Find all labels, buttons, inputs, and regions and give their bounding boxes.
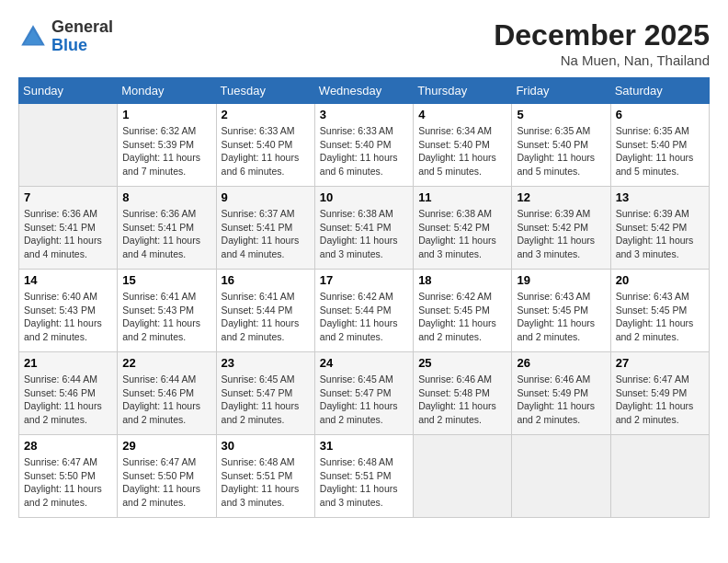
calendar-cell: 25Sunrise: 6:46 AMSunset: 5:48 PMDayligh… [414, 352, 512, 435]
cell-info: Sunrise: 6:34 AMSunset: 5:40 PMDaylight:… [418, 124, 506, 178]
day-number: 9 [222, 190, 310, 204]
calendar-cell: 17Sunrise: 6:42 AMSunset: 5:44 PMDayligh… [314, 270, 413, 352]
weekday-header-wednesday: Wednesday [314, 78, 413, 104]
weekday-header-sunday: Sunday [19, 78, 118, 104]
calendar-cell [19, 104, 118, 187]
location-subtitle: Na Muen, Nan, Thailand [494, 52, 710, 68]
day-number: 11 [418, 190, 506, 204]
calendar-week-1: 1Sunrise: 6:32 AMSunset: 5:39 PMDaylight… [19, 104, 710, 187]
day-number: 19 [517, 273, 605, 287]
calendar-cell: 26Sunrise: 6:46 AMSunset: 5:49 PMDayligh… [512, 352, 610, 435]
day-number: 21 [24, 356, 112, 370]
day-number: 2 [222, 108, 310, 121]
day-number: 27 [616, 356, 704, 370]
weekday-header-monday: Monday [118, 78, 216, 104]
calendar-table: SundayMondayTuesdayWednesdayThursdayFrid… [18, 77, 710, 518]
calendar-cell: 3Sunrise: 6:33 AMSunset: 5:40 PMDaylight… [314, 104, 413, 187]
weekday-header-saturday: Saturday [610, 78, 709, 104]
calendar-cell: 28Sunrise: 6:47 AMSunset: 5:50 PMDayligh… [19, 435, 118, 518]
cell-info: Sunrise: 6:47 AMSunset: 5:50 PMDaylight:… [122, 455, 210, 510]
calendar-cell: 2Sunrise: 6:33 AMSunset: 5:40 PMDaylight… [216, 104, 314, 187]
weekday-header-thursday: Thursday [414, 78, 512, 104]
calendar-cell: 6Sunrise: 6:35 AMSunset: 5:40 PMDaylight… [610, 104, 709, 187]
cell-info: Sunrise: 6:46 AMSunset: 5:48 PMDaylight:… [418, 373, 506, 427]
cell-info: Sunrise: 6:33 AMSunset: 5:40 PMDaylight:… [222, 124, 310, 178]
calendar-cell: 11Sunrise: 6:38 AMSunset: 5:42 PMDayligh… [414, 187, 512, 270]
cell-info: Sunrise: 6:39 AMSunset: 5:42 PMDaylight:… [616, 207, 704, 261]
cell-info: Sunrise: 6:43 AMSunset: 5:45 PMDaylight:… [517, 290, 605, 344]
day-number: 18 [418, 273, 506, 287]
cell-info: Sunrise: 6:42 AMSunset: 5:44 PMDaylight:… [320, 290, 408, 344]
logo-general: General [51, 17, 113, 36]
day-number: 6 [616, 108, 704, 121]
day-number: 17 [320, 273, 408, 287]
cell-info: Sunrise: 6:47 AMSunset: 5:50 PMDaylight:… [24, 455, 112, 510]
cell-info: Sunrise: 6:36 AMSunset: 5:41 PMDaylight:… [122, 207, 210, 261]
day-number: 3 [320, 108, 408, 121]
day-number: 28 [24, 439, 112, 453]
cell-info: Sunrise: 6:43 AMSunset: 5:45 PMDaylight:… [616, 290, 704, 344]
calendar-cell: 5Sunrise: 6:35 AMSunset: 5:40 PMDaylight… [512, 104, 610, 187]
calendar-cell: 31Sunrise: 6:48 AMSunset: 5:51 PMDayligh… [314, 435, 413, 518]
calendar-cell: 7Sunrise: 6:36 AMSunset: 5:41 PMDaylight… [19, 187, 118, 270]
day-number: 29 [122, 439, 210, 453]
day-number: 4 [418, 108, 506, 121]
cell-info: Sunrise: 6:44 AMSunset: 5:46 PMDaylight:… [24, 373, 112, 427]
cell-info: Sunrise: 6:37 AMSunset: 5:41 PMDaylight:… [222, 207, 310, 261]
day-number: 26 [517, 356, 605, 370]
cell-info: Sunrise: 6:33 AMSunset: 5:40 PMDaylight:… [320, 124, 408, 178]
calendar-cell: 13Sunrise: 6:39 AMSunset: 5:42 PMDayligh… [610, 187, 709, 270]
cell-info: Sunrise: 6:48 AMSunset: 5:51 PMDaylight:… [320, 455, 408, 510]
day-number: 8 [122, 190, 210, 204]
cell-info: Sunrise: 6:38 AMSunset: 5:42 PMDaylight:… [418, 207, 506, 261]
cell-info: Sunrise: 6:48 AMSunset: 5:51 PMDaylight:… [222, 455, 310, 510]
calendar-cell: 1Sunrise: 6:32 AMSunset: 5:39 PMDaylight… [118, 104, 216, 187]
cell-info: Sunrise: 6:41 AMSunset: 5:43 PMDaylight:… [122, 290, 210, 344]
page-header: General Blue December 2025 Na Muen, Nan,… [18, 18, 710, 68]
day-number: 15 [122, 273, 210, 287]
generalblue-logo-icon [18, 22, 48, 52]
calendar-cell [512, 435, 610, 518]
cell-info: Sunrise: 6:36 AMSunset: 5:41 PMDaylight:… [24, 207, 112, 261]
calendar-cell [610, 435, 709, 518]
calendar-cell: 27Sunrise: 6:47 AMSunset: 5:49 PMDayligh… [610, 352, 709, 435]
calendar-cell: 10Sunrise: 6:38 AMSunset: 5:41 PMDayligh… [314, 187, 413, 270]
calendar-cell: 20Sunrise: 6:43 AMSunset: 5:45 PMDayligh… [610, 270, 709, 352]
calendar-week-2: 7Sunrise: 6:36 AMSunset: 5:41 PMDaylight… [19, 187, 710, 270]
cell-info: Sunrise: 6:35 AMSunset: 5:40 PMDaylight:… [616, 124, 704, 178]
day-number: 10 [320, 190, 408, 204]
weekday-header-tuesday: Tuesday [216, 78, 314, 104]
day-number: 31 [320, 439, 408, 453]
calendar-cell: 14Sunrise: 6:40 AMSunset: 5:43 PMDayligh… [19, 270, 118, 352]
calendar-cell: 23Sunrise: 6:45 AMSunset: 5:47 PMDayligh… [216, 352, 314, 435]
calendar-body: 1Sunrise: 6:32 AMSunset: 5:39 PMDaylight… [19, 104, 710, 518]
calendar-cell: 30Sunrise: 6:48 AMSunset: 5:51 PMDayligh… [216, 435, 314, 518]
month-title: December 2025 [494, 18, 710, 52]
cell-info: Sunrise: 6:46 AMSunset: 5:49 PMDaylight:… [517, 373, 605, 427]
day-number: 12 [517, 190, 605, 204]
cell-info: Sunrise: 6:40 AMSunset: 5:43 PMDaylight:… [24, 290, 112, 344]
day-number: 5 [517, 108, 605, 121]
calendar-cell: 22Sunrise: 6:44 AMSunset: 5:46 PMDayligh… [118, 352, 216, 435]
calendar-cell: 18Sunrise: 6:42 AMSunset: 5:45 PMDayligh… [414, 270, 512, 352]
logo-text: General Blue [51, 18, 113, 55]
calendar-week-4: 21Sunrise: 6:44 AMSunset: 5:46 PMDayligh… [19, 352, 710, 435]
cell-info: Sunrise: 6:47 AMSunset: 5:49 PMDaylight:… [616, 373, 704, 427]
calendar-week-3: 14Sunrise: 6:40 AMSunset: 5:43 PMDayligh… [19, 270, 710, 352]
cell-info: Sunrise: 6:35 AMSunset: 5:40 PMDaylight:… [517, 124, 605, 178]
calendar-cell: 4Sunrise: 6:34 AMSunset: 5:40 PMDaylight… [414, 104, 512, 187]
cell-info: Sunrise: 6:39 AMSunset: 5:42 PMDaylight:… [517, 207, 605, 261]
calendar-cell: 24Sunrise: 6:45 AMSunset: 5:47 PMDayligh… [314, 352, 413, 435]
cell-info: Sunrise: 6:38 AMSunset: 5:41 PMDaylight:… [320, 207, 408, 261]
calendar-cell: 15Sunrise: 6:41 AMSunset: 5:43 PMDayligh… [118, 270, 216, 352]
title-block: December 2025 Na Muen, Nan, Thailand [494, 18, 710, 68]
cell-info: Sunrise: 6:45 AMSunset: 5:47 PMDaylight:… [222, 373, 310, 427]
day-number: 24 [320, 356, 408, 370]
day-number: 30 [222, 439, 310, 453]
cell-info: Sunrise: 6:44 AMSunset: 5:46 PMDaylight:… [122, 373, 210, 427]
day-number: 25 [418, 356, 506, 370]
cell-info: Sunrise: 6:41 AMSunset: 5:44 PMDaylight:… [222, 290, 310, 344]
weekday-header-friday: Friday [512, 78, 610, 104]
calendar-week-5: 28Sunrise: 6:47 AMSunset: 5:50 PMDayligh… [19, 435, 710, 518]
day-number: 14 [24, 273, 112, 287]
